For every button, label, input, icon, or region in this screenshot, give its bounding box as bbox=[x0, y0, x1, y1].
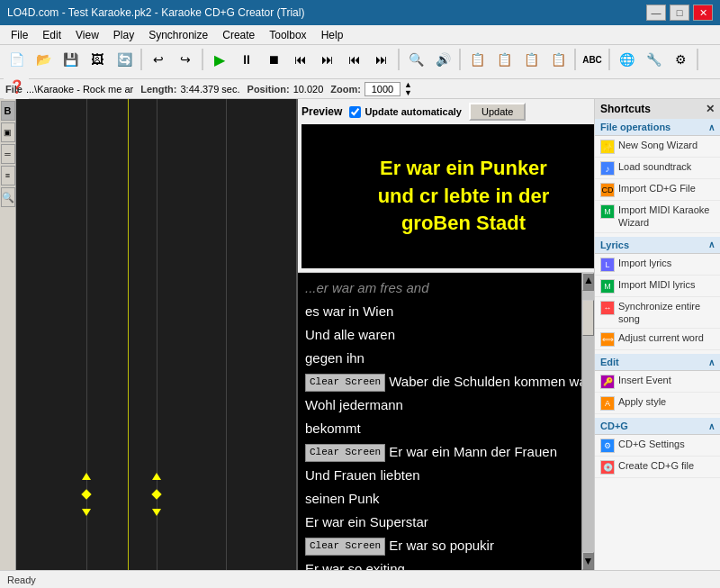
tool-btn-3[interactable]: ═ bbox=[1, 144, 15, 164]
skip-back-button[interactable]: ⏮ bbox=[342, 47, 367, 72]
lyrics-line-1: es war in Wien bbox=[302, 300, 578, 323]
new-song-icon: ✨ bbox=[600, 140, 615, 154]
tool-btn-5[interactable]: 🔍 bbox=[1, 187, 15, 207]
shortcut-load-soundtrack[interactable]: ♪ Load soundtrack bbox=[595, 158, 720, 179]
shortcut-insert-event[interactable]: 🔑 Insert Event bbox=[595, 371, 720, 393]
length-item: Length: 3:44.379 sec. bbox=[140, 84, 239, 95]
position-item: Position: 10.020 bbox=[248, 84, 324, 95]
lyrics-line-4: Clear ScreenWaber die Schulden kommen wa… bbox=[302, 370, 578, 394]
menu-help[interactable]: Help bbox=[314, 27, 351, 43]
redo-button[interactable]: ↪ bbox=[173, 47, 198, 72]
menu-view[interactable]: View bbox=[68, 27, 106, 43]
section-lyrics: Lyrics ∧ L Import lyrics M Import MIDI l… bbox=[595, 237, 720, 351]
tool-btn-2[interactable]: ▣ bbox=[1, 122, 15, 142]
shortcut-sync[interactable]: ↔ Synchronize entire song bbox=[595, 297, 720, 330]
image-button[interactable]: 🖼 bbox=[85, 47, 110, 72]
track-area bbox=[16, 99, 296, 570]
scroll-up-arrow[interactable]: ▲ bbox=[582, 273, 594, 291]
tool-btn-4[interactable]: ≡ bbox=[1, 166, 15, 185]
stop-button[interactable]: ⏹ bbox=[261, 47, 286, 72]
menu-bar: File Edit View Play Synchronize Create T… bbox=[0, 25, 720, 45]
auto-update-label: Update automaticaly bbox=[364, 106, 462, 117]
preview-line2: und cr lebte in der bbox=[378, 183, 550, 211]
globe-button[interactable]: 🌐 bbox=[614, 47, 639, 72]
menu-toolbox[interactable]: Toolbox bbox=[262, 27, 313, 43]
refresh-button[interactable]: 🔄 bbox=[112, 47, 137, 72]
shortcut-cdg-settings[interactable]: ⚙ CD+G Settings bbox=[595, 435, 720, 457]
save-button[interactable]: 💾 bbox=[58, 47, 83, 72]
tool-btn-1[interactable]: B bbox=[1, 101, 15, 121]
shortcut-import-lyrics[interactable]: L Import lyrics bbox=[595, 254, 720, 276]
shortcut-import-midi[interactable]: M Import MIDI Karaoke Wizard bbox=[595, 201, 720, 233]
import-midi-lyrics-icon: M bbox=[600, 279, 615, 294]
zoom-label: Zoom: bbox=[330, 84, 361, 95]
section-edit: Edit ∧ 🔑 Insert Event A Apply style bbox=[595, 354, 720, 414]
playhead bbox=[128, 99, 129, 570]
scroll-thumb[interactable] bbox=[582, 300, 594, 336]
minimize-button[interactable]: — bbox=[646, 5, 666, 21]
fast-forward-button[interactable]: ⏭ bbox=[315, 47, 340, 72]
import-midi-icon: M bbox=[600, 204, 615, 219]
cdg-header[interactable]: CD+G ∧ bbox=[595, 418, 720, 435]
file-operations-header[interactable]: File operations ∧ bbox=[595, 119, 720, 136]
clear-screen-badge-3[interactable]: Clear Screen bbox=[305, 538, 385, 556]
lyrics-section-label: Lyrics bbox=[600, 240, 629, 250]
menu-create[interactable]: Create bbox=[215, 27, 262, 43]
pause-button[interactable]: ⏸ bbox=[234, 47, 259, 72]
undo-button[interactable]: ↩ bbox=[146, 47, 171, 72]
preview-section: Preview Update automaticaly Update Er wa… bbox=[298, 99, 594, 273]
preview-title: Preview bbox=[302, 105, 342, 118]
clear-screen-badge-2[interactable]: Clear Screen bbox=[305, 444, 385, 462]
maximize-button[interactable]: □ bbox=[670, 5, 689, 21]
abc-button[interactable]: ABC bbox=[580, 47, 605, 72]
shortcut-new-song[interactable]: ✨ New Song Wizard bbox=[595, 136, 720, 158]
create-cdg-label: Create CD+G file bbox=[618, 459, 694, 472]
settings1-button[interactable]: 🔧 bbox=[641, 47, 666, 72]
shortcut-create-cdg[interactable]: 💿 Create CD+G file bbox=[595, 457, 720, 478]
menu-play[interactable]: Play bbox=[106, 27, 141, 43]
zoom-input[interactable] bbox=[364, 82, 400, 96]
auto-update-checkbox[interactable] bbox=[349, 106, 361, 118]
copy3-button[interactable]: 📋 bbox=[518, 47, 544, 72]
section-file-operations: File operations ∧ ✨ New Song Wizard ♪ Lo… bbox=[595, 119, 720, 233]
section-cdg: CD+G ∧ ⚙ CD+G Settings 💿 Create CD+G fil… bbox=[595, 418, 720, 478]
shortcut-import-cdg[interactable]: CD Import CD+G File bbox=[595, 179, 720, 201]
separator-1 bbox=[140, 49, 142, 70]
apply-style-icon: A bbox=[600, 396, 615, 411]
shortcut-import-midi-lyrics[interactable]: M Import MIDI lyrics bbox=[595, 276, 720, 297]
skip-forward-button[interactable]: ⏭ bbox=[369, 47, 394, 72]
track-tools: B ▣ ═ ≡ 🔍 bbox=[0, 99, 16, 570]
cdg-settings-label: CD+G Settings bbox=[618, 438, 685, 450]
cdg-section-label: CD+G bbox=[600, 421, 628, 431]
menu-file[interactable]: File bbox=[4, 27, 35, 43]
lyrics-header[interactable]: Lyrics ∧ bbox=[595, 237, 720, 254]
preview-lyrics: Er war ein Punker und cr lebte in der gr… bbox=[378, 155, 550, 238]
import-lyrics-icon: L bbox=[600, 258, 615, 272]
volume-button[interactable]: 🔊 bbox=[430, 47, 455, 72]
lyrics-scrollbar[interactable]: ▲ ▼ bbox=[581, 273, 594, 570]
new-file-button[interactable]: 📄 bbox=[4, 47, 29, 72]
open-file-button[interactable]: 📂 bbox=[31, 47, 56, 72]
shortcut-adjust[interactable]: ⟺ Adjust current word bbox=[595, 329, 720, 350]
close-button[interactable]: ✕ bbox=[693, 5, 713, 21]
settings2-button[interactable]: ⚙ bbox=[668, 47, 693, 72]
cdg-settings-icon: ⚙ bbox=[600, 439, 615, 453]
rewind-button[interactable]: ⏮ bbox=[288, 47, 313, 72]
update-button[interactable]: Update bbox=[469, 103, 526, 121]
menu-synchronize[interactable]: Synchronize bbox=[141, 27, 215, 43]
lyrics-line-12: Er war so exiting bbox=[302, 557, 578, 570]
lyrics-area[interactable]: ...er war am fres and es war in Wien Und… bbox=[298, 273, 581, 570]
clear-screen-badge-1[interactable]: Clear Screen bbox=[305, 374, 385, 392]
copy2-button[interactable]: 📋 bbox=[491, 47, 517, 72]
copy1-button[interactable]: 📋 bbox=[464, 47, 490, 72]
copy4-button[interactable]: 📋 bbox=[545, 47, 571, 72]
search-button[interactable]: 🔍 bbox=[403, 47, 428, 72]
import-midi-label: Import MIDI Karaoke Wizard bbox=[618, 204, 715, 230]
play-button[interactable]: ▶ bbox=[207, 47, 232, 72]
menu-edit[interactable]: Edit bbox=[35, 27, 68, 43]
scroll-down-arrow[interactable]: ▼ bbox=[582, 552, 594, 570]
zoom-spinner-up[interactable]: ▲▼ bbox=[404, 81, 412, 97]
shortcut-apply-style[interactable]: A Apply style bbox=[595, 393, 720, 414]
edit-header[interactable]: Edit ∧ bbox=[595, 354, 720, 371]
shortcuts-close-button[interactable]: ✕ bbox=[706, 103, 715, 115]
